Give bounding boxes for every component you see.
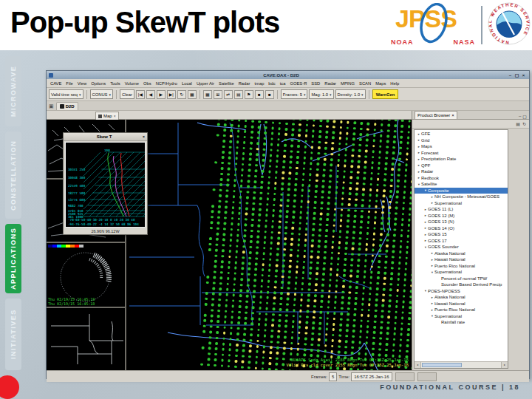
side-pane-map-3[interactable] — [47, 308, 125, 370]
tree-item-gfe[interactable]: ▸GFE — [415, 131, 508, 137]
menu-tca[interactable]: tca — [278, 81, 288, 86]
scroll-right-icon[interactable]: ▸ — [501, 362, 508, 368]
collapse-all-icon[interactable]: ▤ — [516, 121, 520, 126]
tab-map[interactable]: Map × — [95, 112, 119, 120]
frame-nav-button-1[interactable]: ◀ — [146, 90, 155, 99]
tree-item-satellite[interactable]: ▾Satellite — [415, 181, 508, 188]
menu-cave[interactable]: CAVE — [48, 81, 64, 86]
view-minimize-icon[interactable]: – — [519, 114, 521, 119]
tree-item-goes-11-l-[interactable]: ▸GOES 11 (L) — [415, 206, 508, 213]
menu-bdc[interactable]: bdc — [266, 81, 277, 86]
tree-item-puerto-rico-national[interactable]: ▸Puerto Rico National — [415, 263, 508, 270]
tool-button-3[interactable]: ▤ — [234, 90, 243, 99]
sidebar-item-initiatives[interactable]: INITIATIVES — [5, 299, 21, 370]
menu-maps[interactable]: Maps — [373, 81, 388, 86]
sidebar-item-applications[interactable]: APPLICATIONS — [5, 224, 21, 293]
scroll-left-icon[interactable]: ◂ — [415, 362, 421, 368]
tool-button-1[interactable]: ⊞ — [214, 90, 222, 99]
tool-button-4[interactable]: ⚑ — [245, 90, 253, 99]
tab-d2d[interactable]: D2D — [56, 102, 78, 110]
scale-dropdown[interactable]: CONUS ▾ — [90, 89, 113, 99]
menu-radar[interactable]: Radar — [236, 81, 253, 86]
tree-item-goes-14-o-[interactable]: ▸GOES 14 (O) — [415, 225, 508, 232]
density-dropdown[interactable]: Density: 1.0 ▾ — [335, 89, 366, 99]
tree-item-puerto-rico-national[interactable]: ▸Puerto Rico National — [415, 307, 508, 313]
main-map[interactable]: NUCAPS Sndg Avail 2188 Regn Tue 07:35Z 2… — [126, 120, 412, 370]
tool-button-2[interactable]: ⇄ — [224, 90, 233, 99]
tree-item-goes-12-m-[interactable]: ▸GOES 12 (M) — [415, 213, 508, 219]
tree-item-hawaii-national[interactable]: ▸Hawaii National — [415, 301, 508, 307]
tool-button-5[interactable]: ■ — [255, 90, 264, 99]
tree-item-maps[interactable]: ▸Maps — [415, 143, 508, 150]
clear-button[interactable]: Clear — [120, 89, 134, 99]
close-icon[interactable]: × — [114, 114, 116, 118]
tree-item-goes-15[interactable]: ▸GOES 15 — [415, 231, 508, 238]
menu-ncp-hydro[interactable]: NCP/Hydro — [154, 81, 180, 86]
refresh-icon[interactable]: ↻ — [522, 121, 526, 126]
menu-mping[interactable]: MPING — [338, 81, 357, 86]
tree-item-redbook[interactable]: ▸Redbook — [415, 175, 508, 182]
tree-item-poes-npoess[interactable]: ▾POES-NPOESS — [415, 288, 508, 295]
menu-options[interactable]: Options — [89, 81, 108, 86]
tree-item-alaska-national[interactable]: ▸Alaska National — [415, 294, 508, 301]
sidebar-item-microwave[interactable]: MICROWAVE — [5, 56, 21, 126]
menu-tools[interactable]: Tools — [108, 81, 123, 86]
tree-item-supernational[interactable]: ▾Supernational — [415, 269, 508, 276]
tree-item-nh-composite-meteosat-goes[interactable]: ▸NH Composite - Meteosat/GOES — [415, 194, 508, 200]
frame-nav-button-0[interactable]: |◀ — [136, 90, 145, 99]
close-icon[interactable]: × — [143, 134, 145, 139]
tree-item-alaska-national[interactable]: ▸Alaska National — [415, 250, 508, 257]
frame-nav-button-3[interactable]: ▶| — [167, 90, 176, 99]
tree-item-qpf[interactable]: ▸QPF — [415, 163, 508, 169]
tree-item-rainfall-rate[interactable]: Rainfall rate — [415, 319, 508, 326]
tree-item-supernational[interactable]: ▸Supernational — [415, 200, 508, 207]
menu-local[interactable]: Local — [180, 81, 194, 86]
window-titlebar[interactable]: CAVE:OAX - D2D – ▢ × — [47, 71, 529, 79]
tool-button-0[interactable]: ▦ — [203, 90, 212, 99]
horizontal-scrollbar[interactable]: ◂ ▸ — [415, 361, 508, 368]
tree-item-sounder-based-derived-precip[interactable]: Sounder Based Derived Precip — [415, 282, 508, 288]
view-maximize-icon[interactable]: ▢ — [522, 114, 527, 119]
menu-help[interactable]: Help — [388, 81, 401, 86]
tree-item-goes-sounder[interactable]: ▾GOES Sounder — [415, 244, 508, 250]
frame-nav-button-5[interactable]: ▦ — [188, 90, 197, 99]
tree-item-supernational[interactable]: ▾Supernational — [415, 313, 508, 320]
valid-time-dropdown[interactable]: Valid time seq ▾ — [49, 89, 83, 99]
tree-item-radar[interactable]: ▸Radar — [415, 168, 508, 175]
menu-upper-air[interactable]: Upper Air — [194, 81, 216, 86]
nucaps-sounding-dots[interactable] — [200, 120, 412, 370]
tree-item-grid[interactable]: ▸Grid — [415, 137, 508, 144]
skewt-popup[interactable]: Skew T × 100 -70-60-50-40-30-20-10 0 10 … — [63, 132, 148, 235]
tab-product-browser[interactable]: Product Browser × — [415, 111, 457, 119]
tree-item-goes-17[interactable]: ▸GOES 17 — [415, 238, 508, 245]
menu-ssd[interactable]: SSD — [309, 81, 322, 86]
frames-dropdown[interactable]: Frames: 5 ▾ — [281, 89, 308, 99]
close-icon[interactable]: × — [451, 113, 454, 117]
menu-scan[interactable]: SCAN — [357, 81, 373, 86]
sidebar-item-constellation[interactable]: CONSTELLATION — [5, 132, 21, 219]
skewt-titlebar[interactable]: Skew T × — [64, 133, 147, 141]
maximize-button[interactable]: ▢ — [514, 72, 520, 78]
menu-obs[interactable]: Obs — [141, 81, 154, 86]
tree-item-precipitation-rate[interactable]: ▸Precipitation Rate — [415, 156, 508, 163]
menu-tmap[interactable]: tmap — [252, 81, 266, 86]
menu-goes-r[interactable]: GOES-R — [287, 81, 309, 86]
warngen-button[interactable]: WarnGen — [372, 89, 399, 99]
tool-button-6[interactable]: ■ — [265, 90, 274, 99]
mag-dropdown[interactable]: Mag: 1.0 ▾ — [309, 89, 333, 99]
close-button[interactable]: × — [520, 73, 527, 78]
frame-nav-button-4[interactable]: ↻ — [177, 90, 186, 99]
menu-file[interactable]: File — [64, 81, 75, 86]
tree-item-hawaii-national[interactable]: ▸Hawaii National — [415, 256, 508, 263]
frame-nav-button-2[interactable]: ▶ — [157, 90, 166, 99]
scrollbar-thumb[interactable] — [422, 363, 462, 367]
menu-view[interactable]: View — [75, 81, 89, 86]
menu-radar[interactable]: Radar — [322, 81, 338, 86]
minimize-button[interactable]: – — [507, 73, 514, 78]
tree-item-goes-13-n-[interactable]: ▸GOES 13 (N) — [415, 219, 508, 225]
tree-item-percent-of-normal-tpw[interactable]: Percent of normal TPW — [415, 276, 508, 282]
tree-item-composite[interactable]: ▾Composite — [415, 188, 508, 194]
folder-icon[interactable]: ▣ — [49, 102, 54, 110]
tree-item-forecast[interactable]: ▸Forecast — [415, 150, 508, 157]
side-pane-globe[interactable]: Thu 02/19/15 16:45:18 Thu 02/19/15 16:45… — [47, 243, 125, 308]
